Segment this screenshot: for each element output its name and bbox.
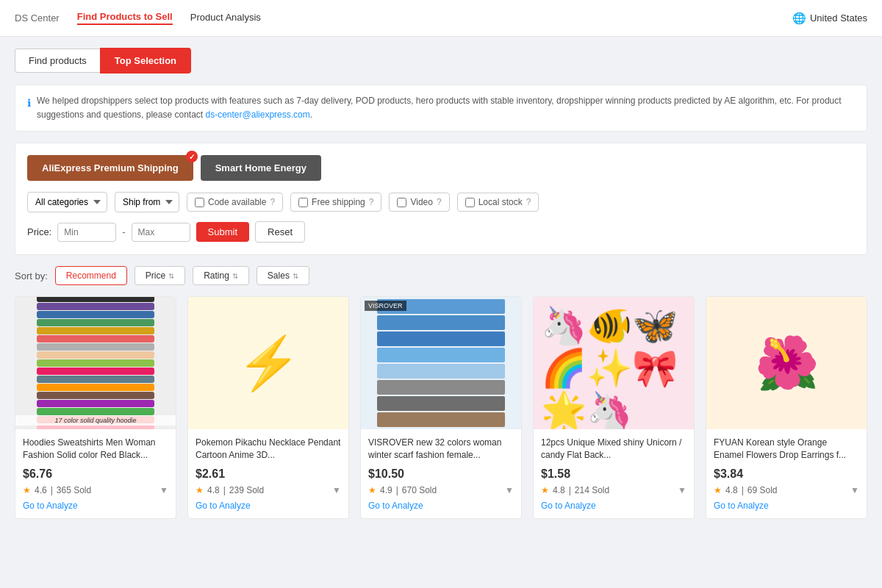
- price-dash: -: [122, 226, 125, 237]
- visrover-badge: VISROVER: [365, 301, 406, 311]
- rating-value: 4.6: [35, 485, 47, 495]
- sold-count: 69 Sold: [747, 485, 778, 495]
- nav-product-analysis[interactable]: Product Analysis: [190, 12, 261, 24]
- go-to-analyze-link[interactable]: Go to Analyze: [368, 501, 423, 511]
- free-shipping-help-icon: ?: [369, 197, 374, 207]
- go-to-analyze-link[interactable]: Go to Analyze: [714, 501, 769, 511]
- nav-find-products[interactable]: Find Products to Sell: [77, 11, 173, 25]
- code-available-label: Code available: [208, 197, 266, 207]
- info-icon: ℹ: [27, 95, 31, 111]
- rating-value: 4.8: [725, 485, 738, 495]
- categories-select[interactable]: All categories: [27, 192, 107, 212]
- go-to-analyze-link[interactable]: Go to Analyze: [196, 501, 251, 511]
- star-icon: ★: [368, 485, 376, 495]
- price-sort-icon: ⇅: [168, 272, 174, 280]
- product-dropdown-btn[interactable]: ▼: [332, 485, 341, 495]
- star-icon: ★: [23, 485, 31, 495]
- product-card[interactable]: 17 color solid quality hoodie Hoodies Sw…: [15, 296, 176, 519]
- product-card[interactable]: ⚡ Pokemon Pikachu Necklace Pendant Carto…: [187, 296, 349, 519]
- info-text: We helped dropshippers select top produc…: [37, 94, 855, 122]
- product-dropdown-btn[interactable]: ▼: [850, 485, 859, 495]
- free-shipping-checkbox[interactable]: Free shipping ?: [290, 193, 381, 212]
- region-label: United States: [810, 12, 867, 24]
- info-email-link[interactable]: ds-center@aliexpress.com: [206, 110, 310, 120]
- free-shipping-label: Free shipping: [312, 197, 365, 207]
- code-available-input[interactable]: [195, 198, 204, 207]
- star-icon: ★: [714, 485, 722, 495]
- sales-sort-icon: ⇅: [293, 272, 298, 280]
- rating-value: 4.8: [207, 485, 220, 495]
- nav-ds-center[interactable]: DS Center: [15, 12, 60, 24]
- region-selector[interactable]: 🌐 United States: [792, 12, 867, 25]
- local-stock-checkbox[interactable]: Local stock ?: [457, 193, 539, 212]
- product-meta: ★ 4.9 | 670 Sold ▼: [368, 485, 514, 495]
- product-image: 🌺: [706, 297, 867, 429]
- product-info: Pokemon Pikachu Necklace Pendant Cartoon…: [188, 429, 348, 518]
- product-price: $1.58: [541, 467, 686, 481]
- ship-from-select[interactable]: Ship from: [115, 192, 179, 212]
- products-grid: 17 color solid quality hoodie Hoodies Sw…: [15, 296, 867, 519]
- free-shipping-input[interactable]: [298, 198, 308, 207]
- pipe-separator: |: [742, 485, 744, 495]
- product-price: $6.76: [23, 467, 168, 481]
- pipe-separator: |: [51, 485, 53, 495]
- pipe-separator: |: [569, 485, 571, 495]
- product-meta: ★ 4.8 | 239 Sold ▼: [196, 485, 341, 495]
- video-help-icon: ?: [437, 197, 442, 207]
- sort-sales-btn[interactable]: Sales ⇅: [257, 266, 309, 285]
- info-box: ℹ We helped dropshippers select top prod…: [15, 85, 867, 132]
- filter-box: AliExpress Premium Shipping Smart Home E…: [15, 143, 867, 255]
- top-navigation: DS Center Find Products to Sell Product …: [0, 0, 882, 37]
- video-checkbox[interactable]: Video ?: [389, 193, 449, 212]
- video-label: Video: [410, 197, 432, 207]
- code-available-checkbox[interactable]: Code available ?: [187, 193, 283, 212]
- rating-sold: ★ 4.6 | 365 Sold: [23, 485, 91, 495]
- local-stock-input[interactable]: [465, 198, 475, 207]
- product-price: $10.50: [368, 467, 514, 481]
- sort-rating-btn[interactable]: Rating ⇅: [193, 266, 249, 285]
- rating-sold: ★ 4.8 | 214 Sold: [541, 485, 609, 495]
- pipe-separator: |: [396, 485, 398, 495]
- product-title: 12pcs Unique Mixed shiny Unicorn / candy…: [541, 437, 686, 462]
- product-dropdown-btn[interactable]: ▼: [505, 485, 514, 495]
- sort-price-btn[interactable]: Price ⇅: [135, 266, 185, 285]
- globe-icon: 🌐: [792, 12, 806, 25]
- sold-count: 239 Sold: [229, 485, 264, 495]
- rating-value: 4.8: [553, 485, 565, 495]
- product-card[interactable]: 🦄🐠🦋🌈✨🎀🌟🦄 12pcs Unique Mixed shiny Unicor…: [533, 296, 695, 519]
- price-min-input[interactable]: [57, 223, 116, 242]
- product-price: $2.61: [196, 467, 341, 481]
- product-title: FYUAN Korean style Orange Enamel Flowers…: [714, 437, 859, 462]
- tab-top-selection[interactable]: Top Selection: [100, 48, 191, 74]
- sort-recommend-btn[interactable]: Recommend: [55, 266, 127, 285]
- product-dropdown-btn[interactable]: ▼: [159, 485, 168, 495]
- rating-sort-icon: ⇅: [232, 272, 238, 280]
- product-info: 12pcs Unique Mixed shiny Unicorn / candy…: [534, 429, 694, 518]
- go-to-analyze-link[interactable]: Go to Analyze: [541, 501, 596, 511]
- product-meta: ★ 4.8 | 214 Sold ▼: [541, 485, 686, 495]
- main-content: Find products Top Selection ℹ We helped …: [0, 37, 882, 530]
- product-card[interactable]: 🌺 FYUAN Korean style Orange Enamel Flowe…: [706, 296, 867, 519]
- submit-button[interactable]: Submit: [196, 222, 249, 242]
- tab-find-products[interactable]: Find products: [15, 49, 100, 73]
- price-max-input[interactable]: [132, 223, 190, 242]
- go-to-analyze-link[interactable]: Go to Analyze: [23, 501, 78, 511]
- product-price: $3.84: [714, 467, 859, 481]
- reset-button[interactable]: Reset: [255, 221, 305, 243]
- star-icon: ★: [541, 485, 549, 495]
- code-available-help-icon: ?: [270, 197, 275, 207]
- product-info: Hoodies Sweatshirts Men Woman Fashion So…: [15, 429, 176, 518]
- video-input[interactable]: [397, 198, 406, 207]
- sort-row: Sort by: Recommend Price ⇅ Rating ⇅ Sale…: [15, 266, 867, 285]
- filter-row: All categories Ship from Code available …: [27, 192, 855, 212]
- product-title: Hoodies Sweatshirts Men Woman Fashion So…: [23, 437, 168, 462]
- category-btn-premium[interactable]: AliExpress Premium Shipping: [27, 155, 193, 181]
- category-btn-smart-home[interactable]: Smart Home Energy: [201, 155, 321, 181]
- price-row: Price: - Submit Reset: [27, 221, 855, 243]
- product-card[interactable]: VISROVER VISROVER new 32 colors woman wi…: [360, 296, 522, 519]
- product-image: ⚡: [188, 297, 348, 429]
- tabs-row: Find products Top Selection: [15, 48, 867, 74]
- product-dropdown-btn[interactable]: ▼: [678, 485, 686, 495]
- sold-count: 365 Sold: [57, 485, 91, 495]
- category-buttons: AliExpress Premium Shipping Smart Home E…: [27, 155, 855, 181]
